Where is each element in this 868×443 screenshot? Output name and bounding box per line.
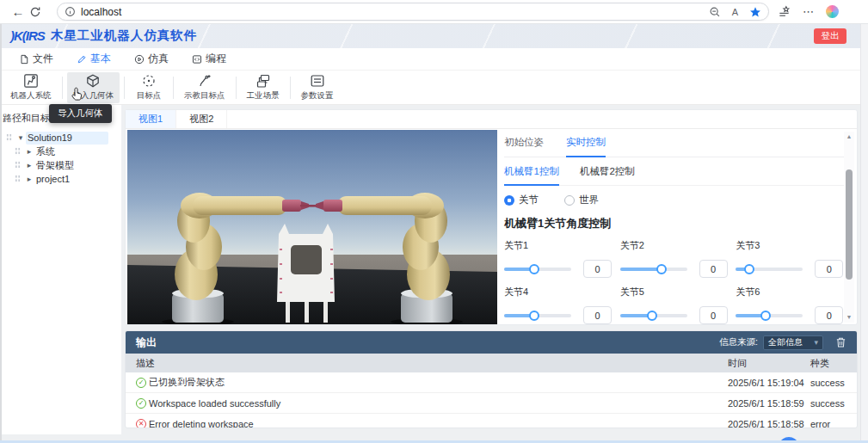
joint-3-input[interactable] [815,260,843,278]
window-left-edge [0,24,2,443]
joint-sliders: 关节1 关节2 关节3 关节 [504,239,845,324]
log-row[interactable]: ✓ Workspace loaded successfully 2025/6/1… [126,393,857,414]
read-aloud-icon[interactable]: A [732,7,738,17]
joint-3-group: 关节3 [736,239,845,278]
slider-thumb[interactable] [529,264,539,274]
radio-joint[interactable]: 关节 [504,194,539,206]
radio-world[interactable]: 世界 [564,194,599,206]
joint-2-slider[interactable] [620,268,687,271]
joint-1-input[interactable] [583,260,612,278]
joint-4-input[interactable] [583,306,612,324]
import-geometry-tooltip: 导入几何体 [49,104,112,123]
source-filter-select[interactable]: 全部信息 ▾ [763,335,823,350]
pen-icon [77,54,87,65]
menu-item-file[interactable]: 文件 [19,52,53,66]
robot-system-icon [23,73,39,89]
tree-item-skeleton-model[interactable]: ▸ 骨架模型 [9,158,121,172]
clear-log-button[interactable] [835,336,846,348]
hand-cursor-icon [71,87,83,101]
toolbar-separator [62,77,63,99]
scroll-up-icon[interactable]: ▲ [844,132,854,142]
vscroll-thumb[interactable] [846,169,853,280]
code-icon [192,54,202,65]
joint-2-input[interactable] [699,260,728,278]
joint-3-slider[interactable] [736,268,803,271]
menu-item-simulation[interactable]: 仿真 [134,52,169,66]
tree-item-system[interactable]: ▸ 系统 [9,145,121,158]
url-text[interactable]: localhost [81,6,709,18]
toolbar-robot-system[interactable]: 机器人系统 [4,72,58,103]
tab-realtime-control[interactable]: 实时控制 [566,136,606,157]
joint-1-group: 关节1 [504,239,613,278]
joint-5-input[interactable] [699,306,728,324]
joint-4-group: 关节4 [504,286,613,324]
scroll-down-icon[interactable]: ▼ [844,312,854,323]
address-bar[interactable]: localhost A [57,3,769,21]
slider-thumb[interactable] [760,311,771,321]
toolbar-target-point[interactable]: 目标点 [129,72,169,103]
joint-6-slider[interactable] [736,314,803,317]
joint-6-input[interactable] [815,306,843,324]
output-panel: 输出 信息来源: 全部信息 ▾ 描述 时间 种类 ✓ 已切换到骨架状态 2025… [125,330,858,428]
toolbar-separator [236,77,237,99]
more-icon[interactable]: ⋯ [803,5,814,18]
slider-thumb[interactable] [529,311,539,321]
joint-2-group: 关节2 [620,239,729,278]
joint-control-heading: 机械臂1关节角度控制 [504,216,845,231]
collections-icon[interactable] [778,5,791,18]
caret-right-icon[interactable]: ▸ [24,161,34,169]
log-row[interactable]: ✕ Error deleting workspace 2025/6/1 15:1… [126,414,857,428]
chevron-down-icon: ▾ [814,338,818,347]
drag-handle-icon[interactable] [15,147,21,156]
toolbar-teach-target[interactable]: 示教目标点 [178,72,231,103]
copilot-icon[interactable] [826,5,839,18]
site-info-icon[interactable] [65,6,76,17]
slider-thumb[interactable] [647,311,657,321]
drag-handle-icon[interactable] [6,133,12,142]
toolbar-parameter-settings[interactable]: 参数设置 [295,72,340,103]
play-icon [134,54,145,65]
tab-view2[interactable]: 视图2 [176,110,227,128]
workspace-panel: 视图1 视图2 [125,109,858,325]
log-row[interactable]: ✓ 已切换到骨架状态 2025/6/1 15:19:04 success [126,372,857,393]
vertical-scrollbar[interactable]: ▲ ▼ [844,132,854,323]
caret-right-icon[interactable]: ▸ [24,147,34,156]
radio-unselected-icon [564,195,575,206]
browser-chrome: ← localhost A [0,0,868,24]
slider-thumb[interactable] [744,264,754,274]
tab-initial-pose[interactable]: 初始位姿 [504,136,544,157]
back-icon[interactable]: ← [7,4,29,19]
joint-5-slider[interactable] [620,314,687,317]
3d-viewport[interactable] [127,130,497,324]
menu-item-programming[interactable]: 编程 [192,52,226,66]
tab-arm1-control[interactable]: 机械臂1控制 [504,165,559,186]
logout-button[interactable]: 登出 [814,28,846,44]
app-logo: )K(IRS [10,28,45,43]
drag-handle-icon[interactable] [15,161,21,169]
industrial-scene-icon [255,73,271,89]
browser-page-scrollbar[interactable] [860,24,868,443]
toolbar-industrial-scene[interactable]: 工业场景 [241,72,286,103]
refresh-icon[interactable] [29,6,52,18]
caret-down-icon[interactable]: ▾ [15,133,26,142]
joint-1-slider[interactable] [504,268,571,271]
fixture-plate [277,224,335,323]
tree-item-project1[interactable]: ▸ project1 [9,172,121,186]
tab-arm2-control[interactable]: 机械臂2控制 [580,165,635,185]
arm-tabs: 机械臂1控制 机械臂2控制 [504,157,845,186]
tab-view1[interactable]: 视图1 [126,110,176,128]
joint-5-group: 关节5 [620,286,729,324]
slider-thumb[interactable] [656,264,667,274]
drag-handle-icon[interactable] [15,175,21,183]
joint-4-slider[interactable] [504,314,571,317]
favorite-star-icon[interactable] [749,6,761,18]
menu-bar: 文件 基本 仿真 编程 [0,48,868,71]
caret-right-icon[interactable]: ▸ [24,175,34,183]
menu-item-basic[interactable]: 基本 [77,52,111,66]
output-header: 输出 信息来源: 全部信息 ▾ [126,331,857,354]
tree-item-solution19[interactable]: ▾ Solution19 [0,131,121,145]
toolbar-separator [124,77,125,99]
viewport-tabs: 视图1 视图2 [126,110,857,129]
zoom-out-icon[interactable] [709,6,721,18]
file-icon [19,54,29,65]
